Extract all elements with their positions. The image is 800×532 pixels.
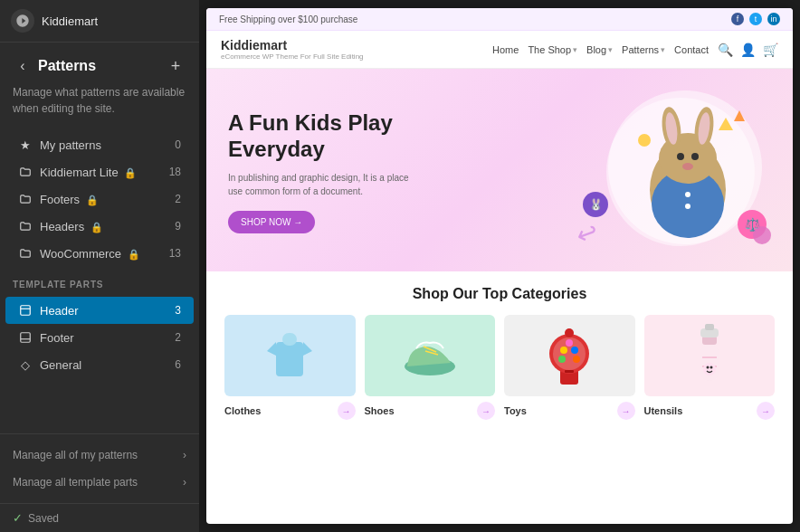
nav-home[interactable]: Home — [492, 44, 519, 55]
main-content: Free Shipping over $100 purchase f t in … — [199, 0, 800, 532]
svg-rect-36 — [565, 370, 574, 373]
sidebar: Kiddiemart ‹ Patterns + Manage what patt… — [0, 0, 199, 532]
saved-bar: ✓ Saved — [0, 503, 199, 532]
nav-blog[interactable]: Blog ▾ — [586, 44, 613, 55]
site-nav-icons: 🔍 👤 🛒 — [718, 43, 778, 57]
sidebar-top-bar: Kiddiemart — [0, 0, 199, 43]
site-nav: Home The Shop ▾ Blog ▾ Patterns ▾ Contac… — [492, 44, 709, 55]
facebook-icon[interactable]: f — [731, 13, 744, 25]
svg-point-44 — [706, 366, 709, 369]
saved-label: Saved — [28, 512, 59, 525]
site-logo-name: Kiddiemart — [221, 38, 364, 52]
category-arrow-shoes[interactable]: → — [477, 402, 495, 420]
svg-rect-20 — [276, 342, 303, 376]
svg-point-43 — [703, 363, 716, 375]
category-arrow-toys[interactable]: → — [617, 402, 635, 420]
utensils-svg — [687, 319, 732, 392]
sidebar-item-my-patterns[interactable]: ★ My patterns 0 — [5, 131, 194, 158]
pink-ball-decoration — [753, 226, 771, 244]
announcement-bar: Free Shipping over $100 purchase f t in — [206, 8, 793, 31]
svg-point-14 — [682, 163, 693, 170]
category-arrow-utensils[interactable]: → — [757, 402, 775, 420]
svg-point-31 — [571, 347, 578, 354]
category-footer-shoes: Shoes → — [365, 402, 496, 420]
site-preview: Free Shipping over $100 purchase f t in … — [206, 8, 793, 524]
sidebar-item-headers[interactable]: Headers 🔒 9 — [5, 213, 194, 240]
svg-point-35 — [565, 328, 574, 337]
star-icon: ★ — [18, 138, 33, 152]
category-name-clothes: Clothes — [224, 405, 261, 416]
wp-logo — [11, 9, 34, 33]
linkedin-icon[interactable]: in — [767, 13, 780, 25]
sidebar-title: Patterns — [38, 58, 165, 74]
sidebar-item-header-template[interactable]: Header 3 — [5, 297, 194, 324]
category-name-shoes: Shoes — [365, 405, 395, 416]
site-logo-tagline: eCommerce WP Theme For Full Site Editing — [221, 52, 364, 61]
clothes-svg — [262, 324, 317, 387]
add-pattern-button[interactable]: + — [165, 55, 186, 77]
category-card-toys: Toys → — [504, 315, 635, 420]
categories-title: Shop Our Top Categories — [224, 286, 775, 302]
svg-point-45 — [710, 366, 712, 369]
svg-point-34 — [573, 356, 580, 363]
svg-point-15 — [685, 192, 690, 197]
svg-marker-18 — [734, 110, 745, 121]
svg-point-19 — [638, 134, 651, 147]
back-button[interactable]: ‹ — [13, 56, 33, 76]
svg-marker-21 — [267, 342, 276, 356]
folder-icon-2 — [18, 192, 33, 206]
category-card-utensils: Utensils → — [644, 315, 776, 420]
svg-point-30 — [560, 347, 567, 354]
shop-now-button[interactable]: SHOP NOW → — [228, 211, 315, 233]
category-arrow-clothes[interactable]: → — [338, 402, 356, 420]
sidebar-item-general-template[interactable]: ◇ General 6 — [5, 351, 194, 378]
hero-section: A Fun Kids Play Everyday In publishing a… — [206, 69, 793, 271]
footer-template-icon — [18, 330, 33, 345]
category-name-utensils: Utensils — [644, 405, 683, 416]
categories-section: Shop Our Top Categories Clot — [206, 271, 793, 434]
app-title: Kiddiemart — [42, 14, 98, 28]
category-image-utensils — [644, 315, 776, 396]
site-logo-area: Kiddiemart eCommerce WP Theme For Full S… — [221, 38, 364, 61]
search-nav-icon[interactable]: 🔍 — [718, 43, 733, 57]
hero-text: A Fun Kids Play Everyday In publishing a… — [228, 110, 463, 234]
category-footer-clothes: Clothes → — [224, 402, 356, 420]
sidebar-item-kiddiemart-lite[interactable]: Kiddiemart Lite 🔒 18 — [5, 158, 194, 185]
manage-my-patterns-link[interactable]: Manage all of my patterns › — [0, 442, 199, 469]
cart-nav-icon[interactable]: 🛒 — [763, 43, 778, 57]
nav-shop[interactable]: The Shop ▾ — [528, 44, 577, 55]
nav-patterns[interactable]: Patterns ▾ — [622, 44, 665, 55]
twitter-icon[interactable]: t — [749, 13, 762, 25]
checkmark-icon: ✓ — [13, 511, 23, 525]
category-name-toys: Toys — [504, 405, 527, 416]
svg-point-12 — [677, 153, 684, 160]
social-icons: f t in — [731, 13, 780, 25]
hero-title: A Fun Kids Play Everyday — [228, 110, 463, 163]
sidebar-patterns-header: ‹ Patterns + — [0, 43, 199, 84]
folder-icon — [18, 165, 33, 179]
sidebar-bottom: Manage all of my patterns › Manage all t… — [0, 433, 199, 503]
category-image-toys — [504, 315, 635, 396]
manage-template-parts-link[interactable]: Manage all template parts › — [0, 469, 199, 496]
category-footer-toys: Toys → — [504, 402, 635, 420]
sidebar-item-footer-template[interactable]: Footer 2 — [5, 324, 194, 351]
sidebar-item-woocommerce[interactable]: WooCommerce 🔒 13 — [5, 240, 194, 267]
site-navbar: Kiddiemart eCommerce WP Theme For Full S… — [206, 31, 793, 69]
patterns-caret: ▾ — [661, 45, 665, 54]
svg-point-32 — [566, 339, 573, 347]
svg-rect-0 — [21, 306, 31, 316]
svg-rect-39 — [705, 324, 714, 330]
my-patterns-section: ★ My patterns 0 Kiddiemart Lite 🔒 18 Foo… — [0, 128, 199, 271]
svg-marker-22 — [303, 342, 312, 356]
category-card-shoes: Shoes → — [365, 315, 496, 420]
wordpress-icon — [15, 14, 30, 28]
toys-svg — [542, 319, 596, 392]
nav-contact[interactable]: Contact — [674, 44, 709, 55]
category-image-clothes — [224, 315, 356, 396]
shop-caret: ▾ — [573, 45, 577, 54]
category-image-shoes — [365, 315, 496, 396]
header-template-icon — [18, 303, 33, 318]
sidebar-description: Manage what patterns are available when … — [0, 84, 199, 128]
user-nav-icon[interactable]: 👤 — [740, 43, 756, 57]
sidebar-item-footers[interactable]: Footers 🔒 2 — [5, 185, 194, 213]
